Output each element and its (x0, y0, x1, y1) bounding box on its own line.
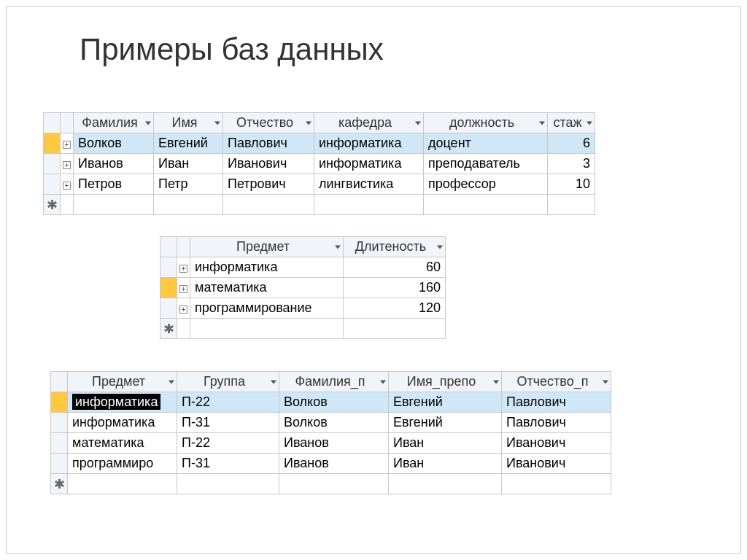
cell[interactable]: П-31 (177, 413, 279, 433)
col-lastname[interactable]: Фамилия_п (279, 372, 389, 392)
cell[interactable]: Павлович (502, 392, 611, 413)
cell[interactable]: информатика (68, 413, 177, 433)
cell[interactable]: Павлович (502, 413, 611, 433)
cell[interactable]: 10 (548, 174, 595, 195)
row-selector[interactable] (160, 278, 177, 298)
chevron-down-icon[interactable] (587, 121, 592, 125)
cell[interactable]: программиро (68, 454, 177, 474)
cell[interactable]: Волков (74, 133, 154, 154)
chevron-down-icon[interactable] (335, 245, 341, 249)
new-row[interactable] (51, 474, 611, 494)
new-row[interactable] (160, 319, 446, 339)
col-patronymic[interactable]: Отчество (223, 113, 314, 133)
expand-cell[interactable]: + (61, 174, 74, 195)
cell[interactable]: 6 (548, 133, 595, 154)
cell[interactable]: программирование (190, 298, 344, 319)
cell[interactable]: Иван (154, 154, 223, 174)
row-selector[interactable] (160, 298, 177, 319)
row-selector[interactable] (44, 154, 61, 174)
chevron-down-icon[interactable] (437, 245, 443, 249)
col-patronymic[interactable]: Отчество_п (502, 372, 611, 392)
cell[interactable]: П-22 (177, 392, 279, 413)
cell[interactable]: профессор (424, 174, 548, 195)
cell[interactable]: информатика (314, 133, 424, 154)
table-row[interactable]: + Петров Петр Петрович лингвистика профе… (44, 174, 595, 195)
col-years[interactable]: стаж (548, 113, 595, 133)
cell[interactable]: Иванович (223, 154, 314, 174)
assignments-table[interactable]: Предмет Группа Фамилия_п Имя_препо Отчес… (50, 371, 611, 494)
cell[interactable]: Иван (389, 454, 502, 474)
new-row-marker[interactable] (51, 474, 68, 494)
chevron-down-icon[interactable] (539, 121, 545, 125)
expand-cell[interactable]: + (61, 133, 74, 154)
row-selector[interactable] (51, 392, 68, 413)
corner-cell[interactable] (51, 372, 68, 392)
new-row[interactable] (44, 195, 595, 215)
plus-icon[interactable]: + (63, 161, 71, 169)
chevron-down-icon[interactable] (271, 380, 276, 384)
table-row[interactable]: + Иванов Иван Иванович информатика препо… (44, 154, 595, 174)
cell[interactable]: лингвистика (314, 174, 424, 195)
cell[interactable]: математика (68, 433, 177, 454)
expand-cell[interactable]: + (177, 298, 190, 319)
chevron-down-icon[interactable] (169, 380, 174, 384)
col-name[interactable]: Имя_препо (389, 372, 502, 392)
chevron-down-icon[interactable] (603, 380, 608, 384)
chevron-down-icon[interactable] (493, 380, 499, 384)
table-row[interactable]: программиро П-31 Иванов Иван Иванович (51, 454, 611, 474)
cell[interactable]: Петрович (223, 174, 314, 195)
chevron-down-icon[interactable] (214, 121, 220, 125)
cell[interactable]: Волков (279, 413, 389, 433)
cell[interactable]: Иванов (279, 454, 389, 474)
cell-selected[interactable]: информатика (68, 392, 177, 413)
row-selector[interactable] (51, 454, 68, 474)
cell[interactable]: Евгений (154, 133, 223, 154)
plus-icon[interactable]: + (63, 141, 71, 149)
cell[interactable]: П-22 (177, 433, 279, 454)
cell[interactable]: информатика (190, 257, 344, 278)
expand-cell[interactable]: + (177, 278, 190, 298)
row-selector[interactable] (51, 413, 68, 433)
chevron-down-icon[interactable] (380, 380, 386, 384)
new-row-marker[interactable] (44, 195, 61, 215)
plus-icon[interactable]: + (179, 265, 187, 273)
cell[interactable]: информатика (314, 154, 424, 174)
teachers-table[interactable]: Фамилия Имя Отчество кафедра должность с… (43, 112, 595, 215)
table-row[interactable]: + Волков Евгений Павлович информатика до… (44, 133, 595, 154)
cell[interactable]: Павлович (223, 133, 314, 154)
corner-cell[interactable] (44, 113, 61, 133)
table-row[interactable]: математика П-22 Иванов Иван Иванович (51, 433, 611, 454)
cell[interactable]: Иванович (502, 433, 611, 454)
cell[interactable]: Иванов (279, 433, 389, 454)
table-row[interactable]: + программирование 120 (160, 298, 446, 319)
row-selector[interactable] (44, 133, 61, 154)
cell[interactable]: Иванович (502, 454, 611, 474)
col-group[interactable]: Группа (177, 372, 279, 392)
plus-icon[interactable]: + (63, 182, 71, 190)
cell[interactable]: Евгений (389, 392, 502, 413)
col-lastname[interactable]: Фамилия (74, 113, 154, 133)
cell[interactable]: Петров (74, 174, 154, 195)
chevron-down-icon[interactable] (306, 121, 311, 125)
col-subject[interactable]: Предмет (190, 237, 344, 257)
cell[interactable]: П-31 (177, 454, 279, 474)
cell[interactable]: математика (190, 278, 344, 298)
chevron-down-icon[interactable] (415, 121, 421, 125)
table-row[interactable]: информатика П-22 Волков Евгений Павлович (51, 392, 611, 413)
cell[interactable]: доцент (424, 133, 548, 154)
cell[interactable]: Евгений (389, 413, 502, 433)
corner-cell[interactable] (160, 237, 177, 257)
expand-cell[interactable]: + (61, 154, 74, 174)
row-selector[interactable] (44, 174, 61, 195)
plus-icon[interactable]: + (179, 306, 187, 314)
plus-icon[interactable]: + (179, 285, 187, 293)
row-selector[interactable] (160, 257, 177, 278)
cell[interactable]: Волков (279, 392, 389, 413)
table-row[interactable]: + математика 160 (160, 278, 446, 298)
cell[interactable]: преподаватель (424, 154, 548, 174)
cell[interactable]: 160 (344, 278, 446, 298)
cell[interactable]: 120 (344, 298, 446, 319)
subjects-table[interactable]: Предмет Длитеность + информатика 60 + ма… (160, 236, 446, 339)
cell[interactable]: 60 (344, 257, 446, 278)
cell[interactable]: Петр (154, 174, 223, 195)
